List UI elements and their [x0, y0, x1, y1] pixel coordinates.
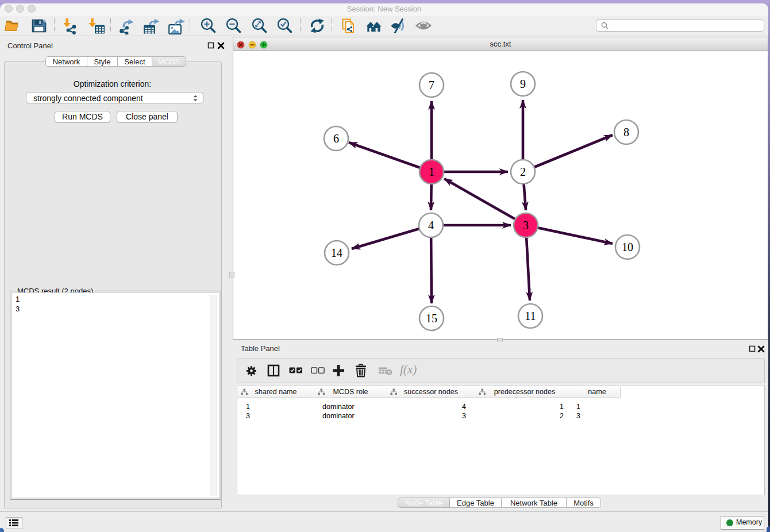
- svg-text:1: 1: [429, 165, 434, 178]
- svg-text:6: 6: [333, 132, 339, 145]
- svg-text:10: 10: [622, 241, 633, 253]
- svg-text:9: 9: [520, 78, 526, 90]
- svg-text:15: 15: [426, 312, 437, 325]
- svg-text:14: 14: [331, 246, 342, 259]
- svg-text:8: 8: [623, 126, 629, 138]
- svg-text:7: 7: [429, 79, 434, 91]
- svg-text:11: 11: [525, 310, 536, 322]
- svg-text:4: 4: [428, 219, 434, 232]
- svg-text:2: 2: [520, 165, 526, 178]
- svg-text:3: 3: [523, 219, 529, 232]
